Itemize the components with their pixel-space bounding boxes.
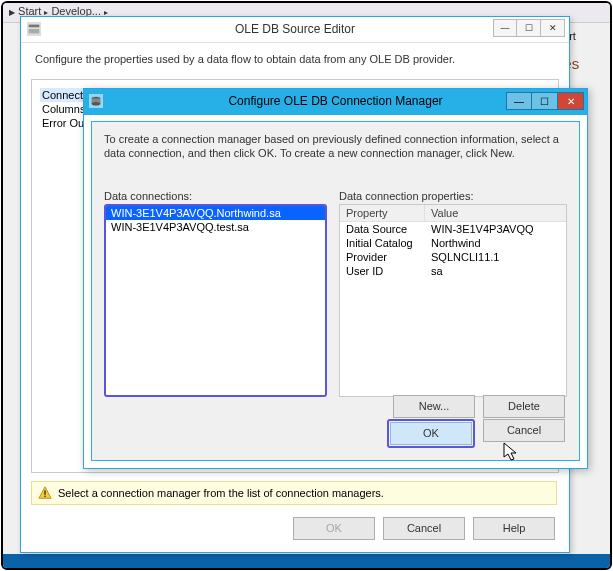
connection-properties-label: Data connection properties: (339, 190, 567, 202)
data-connections-list[interactable]: WIN-3E1V4P3AVQQ.Northwind.sa WIN-3E1V4P3… (104, 204, 327, 397)
dlg1-title: OLE DB Source Editor (21, 22, 569, 36)
prop-row: Data SourceWIN-3E1V4P3AVQQ (340, 222, 566, 236)
dlg1-titlebar[interactable]: OLE DB Source Editor — ☐ ✕ (21, 17, 569, 43)
warning-bar: Select a connection manager from the lis… (31, 481, 557, 505)
dlg1-help-button[interactable]: Help (473, 517, 555, 540)
dlg2-cancel-button[interactable]: Cancel (483, 419, 565, 442)
prop-row: Initial CatalogNorthwind (340, 236, 566, 250)
dlg1-cancel-button[interactable]: Cancel (383, 517, 465, 540)
properties-grid: PropertyValue Data SourceWIN-3E1V4P3AVQQ… (339, 204, 567, 397)
prop-row: User IDsa (340, 264, 566, 278)
dlg2-description: To create a connection manager based on … (92, 122, 579, 168)
warning-text: Select a connection manager from the lis… (58, 487, 384, 499)
dlg1-ok-button: OK (293, 517, 375, 540)
connection-item-test[interactable]: WIN-3E1V4P3AVQQ.test.sa (106, 220, 325, 234)
taskbar-strip (3, 554, 610, 568)
prop-row: ProviderSQLNCLI11.1 (340, 250, 566, 264)
warning-icon (38, 486, 52, 500)
ok-button-highlight: OK (387, 419, 475, 448)
dlg2-minimize-button[interactable]: — (506, 92, 532, 110)
dlg2-maximize-button[interactable]: ☐ (532, 92, 558, 110)
dlg2-close-button[interactable]: ✕ (558, 92, 584, 110)
maximize-button[interactable]: ☐ (517, 19, 541, 37)
dlg2-titlebar[interactable]: Configure OLE DB Connection Manager — ☐ … (84, 89, 587, 115)
svg-rect-5 (44, 496, 45, 497)
new-button[interactable]: New... (393, 395, 475, 418)
dlg2-ok-button[interactable]: OK (390, 422, 472, 445)
delete-button[interactable]: Delete (483, 395, 565, 418)
data-connections-label: Data connections: (104, 190, 327, 202)
close-button[interactable]: ✕ (541, 19, 565, 37)
connection-item-northwind[interactable]: WIN-3E1V4P3AVQQ.Northwind.sa (106, 206, 325, 220)
col-value: Value (425, 205, 464, 221)
minimize-button[interactable]: — (493, 19, 517, 37)
col-property: Property (340, 205, 425, 221)
dlg1-description: Configure the properties used by a data … (21, 43, 569, 71)
svg-rect-4 (44, 490, 45, 494)
configure-connection-manager-window: Configure OLE DB Connection Manager — ☐ … (83, 88, 588, 469)
